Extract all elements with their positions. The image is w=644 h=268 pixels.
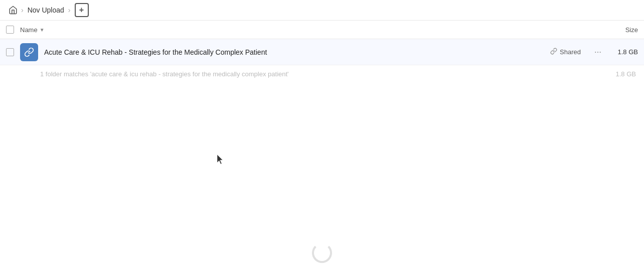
size-column-header: Size bbox=[625, 26, 638, 34]
more-options-button[interactable] bbox=[591, 45, 605, 59]
summary-text: 1 folder matches 'acute care & icu rehab… bbox=[40, 70, 289, 78]
loading-spinner bbox=[312, 243, 332, 263]
row-checkbox[interactable] bbox=[6, 48, 14, 56]
breadcrumb-separator: › bbox=[21, 6, 24, 14]
add-button[interactable]: + bbox=[75, 3, 89, 17]
svg-point-2 bbox=[600, 52, 601, 53]
summary-row: 1 folder matches 'acute care & icu rehab… bbox=[0, 65, 644, 83]
file-icon bbox=[20, 43, 38, 61]
summary-size: 1.8 GB bbox=[616, 70, 636, 78]
select-all-checkbox[interactable] bbox=[6, 26, 14, 34]
breadcrumb-separator-2: › bbox=[68, 6, 71, 14]
name-label: Name bbox=[20, 26, 38, 34]
link-icon bbox=[550, 48, 557, 56]
breadcrumb-bar: › Nov Upload › + bbox=[0, 0, 644, 20]
mouse-cursor bbox=[217, 155, 224, 165]
svg-point-1 bbox=[597, 52, 598, 53]
file-row[interactable]: Acute Care & ICU Rehab - Strategies for … bbox=[0, 39, 644, 65]
sort-arrow-icon: ▼ bbox=[40, 27, 45, 33]
home-button[interactable] bbox=[6, 3, 20, 17]
file-name: Acute Care & ICU Rehab - Strategies for … bbox=[44, 48, 550, 56]
breadcrumb-folder[interactable]: Nov Upload bbox=[25, 5, 67, 16]
shared-badge: Shared bbox=[550, 48, 581, 56]
shared-label: Shared bbox=[560, 48, 581, 56]
column-header: Name ▼ Size bbox=[0, 20, 644, 39]
file-size: 1.8 GB bbox=[613, 48, 638, 56]
svg-point-0 bbox=[595, 52, 596, 53]
name-column-header[interactable]: Name ▼ bbox=[20, 26, 45, 34]
